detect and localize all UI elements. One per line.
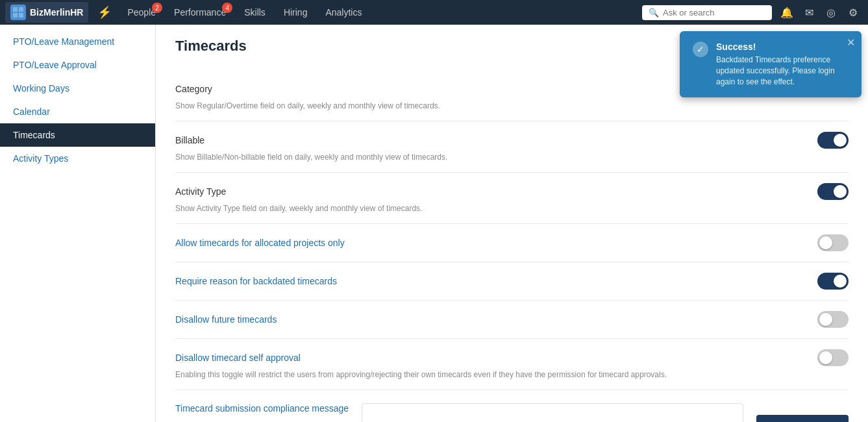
settings-desc-0: Show Regular/Overtime field on daily, we… <box>175 101 849 110</box>
settings-label-0: Category <box>175 84 212 94</box>
compliance-section: Timecard submission compliance message S… <box>175 390 849 422</box>
settings-label-1: Billable <box>175 135 205 145</box>
svg-rect-1 <box>19 7 23 12</box>
success-notification: ✓ Success! Backdated Timecards preferenc… <box>680 31 862 97</box>
toggle-4[interactable] <box>817 273 849 290</box>
settings-icon[interactable]: ⚙ <box>843 3 863 22</box>
toggle-3[interactable] <box>817 234 849 251</box>
nav-badge: 2 <box>152 3 162 13</box>
search-box[interactable]: 🔍 <box>642 5 772 20</box>
svg-rect-2 <box>13 13 18 18</box>
settings-row-6: Disallow timecard self approvalEnabling … <box>175 339 849 390</box>
sidebar-item-pto-leave-management[interactable]: PTO/Leave Management <box>0 30 155 53</box>
settings-row-2: Activity TypeShow Activity Type field on… <box>175 173 849 224</box>
nav-item-skills[interactable]: Skills <box>235 0 275 25</box>
success-message: Backdated Timecards preference updated s… <box>716 55 849 87</box>
nav-item-people[interactable]: People2 <box>118 0 165 25</box>
toggle-2[interactable] <box>817 183 849 200</box>
logo[interactable]: BizMerlinHR <box>5 2 88 23</box>
search-input[interactable] <box>663 8 765 18</box>
compliance-label: Timecard submission compliance message <box>175 403 349 414</box>
settings-desc-2: Show Activity Type field on daily, weekl… <box>175 204 849 213</box>
nav-item-hiring[interactable]: Hiring <box>275 0 317 25</box>
settings-row-1: BillableShow Billable/Non-billable field… <box>175 121 849 173</box>
notifications-icon[interactable]: 🔔 <box>777 3 797 22</box>
settings-label-3: Allow timecards for allocated projects o… <box>175 238 345 248</box>
success-close-button[interactable]: ✕ <box>847 36 855 49</box>
svg-rect-3 <box>19 13 23 18</box>
bolt-icon[interactable]: ⚡ <box>93 5 116 19</box>
sidebar-item-calendar[interactable]: Calendar <box>0 100 155 123</box>
settings-row-5: Disallow future timecards <box>175 301 849 339</box>
sidebar: PTO/Leave ManagementPTO/Leave ApprovalWo… <box>0 25 156 422</box>
settings-row-3: Allow timecards for allocated projects o… <box>175 224 849 262</box>
nav-items: People2Performance4SkillsHiringAnalytics <box>118 0 642 25</box>
nav-right-icons: 🔔 ✉ ◎ ⚙ <box>777 3 863 22</box>
settings-list: CategoryShow Regular/Overtime field on d… <box>175 70 849 390</box>
settings-label-5: Disallow future timecards <box>175 314 277 325</box>
sidebar-item-activity-types[interactable]: Activity Types <box>0 147 155 170</box>
save-compliance-button[interactable]: Save Compliance <box>756 415 849 423</box>
settings-desc-1: Show Billable/Non-billable field on dail… <box>175 153 849 162</box>
logo-text: BizMerlinHR <box>30 7 83 18</box>
settings-label-4: Require reason for backdated timecards <box>175 276 337 286</box>
compliance-textarea[interactable] <box>362 403 743 422</box>
toggle-5[interactable] <box>817 311 849 328</box>
success-check-icon: ✓ <box>693 42 708 57</box>
search-icon: 🔍 <box>649 8 659 18</box>
settings-desc-6: Enabling this toggle will restrict the u… <box>175 370 849 379</box>
settings-row-4: Require reason for backdated timecards <box>175 262 849 301</box>
toggle-6[interactable] <box>817 349 849 366</box>
nav-item-analytics[interactable]: Analytics <box>316 0 371 25</box>
logo-icon <box>10 5 26 20</box>
sidebar-item-timecards[interactable]: Timecards <box>0 123 155 147</box>
target-icon[interactable]: ◎ <box>821 3 841 22</box>
toggle-1[interactable] <box>817 132 849 149</box>
mail-icon[interactable]: ✉ <box>799 3 819 22</box>
sidebar-item-pto-leave-approval[interactable]: PTO/Leave Approval <box>0 53 155 77</box>
svg-rect-0 <box>13 7 18 12</box>
top-navigation: BizMerlinHR ⚡ People2Performance4SkillsH… <box>0 0 868 25</box>
nav-badge: 4 <box>222 3 232 13</box>
settings-label-6: Disallow timecard self approval <box>175 353 301 363</box>
success-content: Success! Backdated Timecards preference … <box>716 42 849 87</box>
settings-label-2: Activity Type <box>175 186 226 197</box>
success-title: Success! <box>716 42 849 52</box>
sidebar-item-working-days[interactable]: Working Days <box>0 77 155 100</box>
nav-item-performance[interactable]: Performance4 <box>165 0 235 25</box>
